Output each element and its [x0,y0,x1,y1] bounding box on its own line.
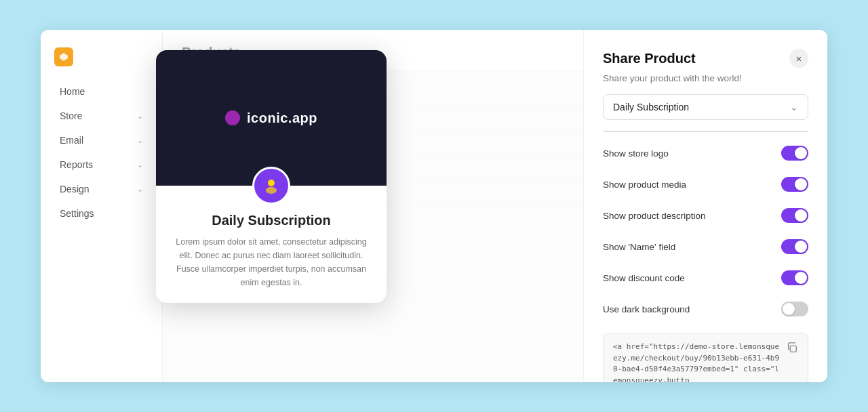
toggle-switch[interactable] [781,302,808,316]
toggle-show-product-description: Show product description [603,205,808,226]
sidebar-item-label: Design [60,184,90,194]
product-card-title: Daily Subscription [170,213,373,228]
toggle-show-store-logo: Show store logo [603,143,808,163]
chevron-icon: ⌄ [137,136,143,145]
code-snippet-box: <a href="https://demo-store.lemonsqueezy… [603,333,808,382]
tab-checkout-overlay[interactable]: Checkout Overlay [706,131,808,132]
main-container: Home Store ⌄ Email ⌄ Reports ⌄ Design ⌄ … [41,30,827,382]
product-card-image: iconic.app [156,50,387,186]
product-card-overlay: iconic.app Daily Subscription Lorem ipsu… [156,50,387,303]
sidebar-logo [41,42,162,79]
sidebar-item-settings[interactable]: Settings [46,202,157,225]
chevron-icon: ⌄ [137,112,143,121]
brand-name: iconic.app [247,110,317,126]
product-brand: iconic.app [225,110,317,126]
toggle-show-discount-code: Show discount code [603,268,808,288]
toggle-label: Show product media [603,180,686,190]
dropdown-value: Daily Subscription [613,102,689,112]
toggle-switch[interactable] [781,146,808,161]
toggle-label: Show product description [603,211,706,221]
svg-point-0 [268,180,275,186]
sidebar-item-home[interactable]: Home [46,80,157,103]
tab-group: Checkout Link Checkout Overlay [603,131,808,132]
toggle-switch[interactable] [781,177,808,192]
sidebar-item-label: Email [60,135,83,146]
product-card-description: Lorem ipsum dolor sit amet, consectetur … [170,235,373,289]
app-logo-icon [54,47,73,66]
sidebar-item-email[interactable]: Email ⌄ [46,129,157,152]
toggle-label: Show 'Name' field [603,242,675,252]
toggle-show-product-media: Show product media [603,174,808,194]
toggle-switch[interactable] [781,208,808,223]
code-text: <a href="https://demo-store.lemonsqueezy… [613,342,781,382]
tab-checkout-link[interactable]: Checkout Link [604,131,706,132]
toggle-label: Show discount code [603,273,685,283]
share-panel-title: Share Product [603,51,696,66]
svg-rect-2 [790,346,796,352]
sidebar-item-reports[interactable]: Reports ⌄ [46,153,157,176]
toggle-label: Use dark background [603,304,690,314]
svg-point-1 [266,187,277,194]
sidebar-item-label: Store [60,110,82,121]
sidebar-item-label: Reports [60,159,93,170]
toggle-show-name-field: Show 'Name' field [603,236,808,257]
copy-button[interactable] [786,342,798,354]
brand-dot-icon [225,110,240,125]
close-button[interactable]: × [789,49,808,68]
product-avatar [252,167,290,205]
sidebar-item-label: Home [60,86,85,97]
sidebar-item-design[interactable]: Design ⌄ [46,178,157,201]
share-panel: Share Product × Share your product with … [583,30,827,382]
toggle-switch[interactable] [781,270,808,285]
sidebar-item-store[interactable]: Store ⌄ [46,104,157,127]
sidebar-item-label: Settings [60,208,94,219]
toggle-use-dark-background: Use dark background [603,299,808,319]
chevron-icon: ⌄ [137,185,143,194]
toggle-switch[interactable] [781,239,808,254]
sidebar: Home Store ⌄ Email ⌄ Reports ⌄ Design ⌄ … [41,30,163,382]
share-panel-header: Share Product × [603,49,808,68]
toggle-label: Show store logo [603,148,669,159]
share-subtitle: Share your product with the world! [603,73,808,83]
chevron-down-icon: ⌄ [790,102,798,112]
chevron-icon: ⌄ [137,161,143,169]
product-dropdown[interactable]: Daily Subscription ⌄ [603,94,808,120]
